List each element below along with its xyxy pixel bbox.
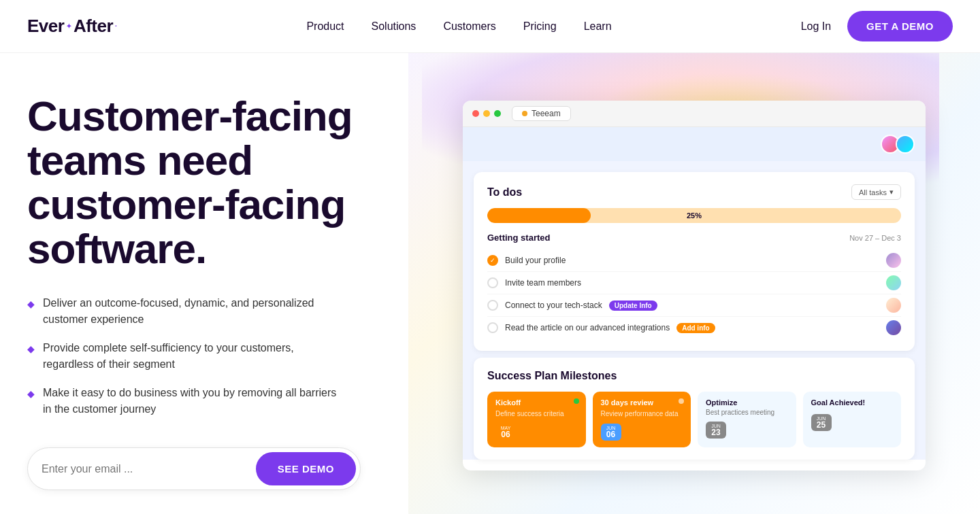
- progress-fill: [487, 208, 591, 223]
- avatar-group: [881, 135, 915, 154]
- milestone-goal-date: JUN 25: [811, 414, 832, 431]
- todo-item-1: ✓ Build your profile: [487, 250, 901, 272]
- tab-dot: [522, 111, 527, 116]
- mockup-body: To dos All tasks ▾ 25% Getting started N…: [463, 127, 926, 460]
- todo-date-range: Nov 27 – Dec 3: [849, 234, 901, 242]
- email-input[interactable]: [42, 463, 256, 475]
- hero-left: Customer-facing teams need customer-faci…: [27, 94, 422, 490]
- milestone-kickoff-sublabel: Define success criteria: [495, 409, 578, 418]
- milestone-goal-day: 25: [817, 421, 826, 429]
- diamond-icon-1: ◆: [27, 297, 35, 311]
- milestones-card: Success Plan Milestones Kickoff Define s…: [474, 358, 915, 460]
- todo-item-2-left: Invite team members: [487, 277, 581, 288]
- logo[interactable]: Ever✦After·: [27, 16, 117, 37]
- diamond-icon-2: ◆: [27, 342, 35, 356]
- hero-right: Teeeam To dos All tasks: [422, 94, 953, 470]
- login-button[interactable]: Log In: [801, 20, 831, 33]
- check-circle-2: [487, 277, 498, 288]
- mockup-window: Teeeam To dos All tasks: [463, 101, 926, 470]
- todo-section-title: Getting started: [487, 233, 550, 243]
- logo-star: ✦: [66, 22, 71, 30]
- hero-bullets: ◆ Deliver an outcome-focused, dynamic, a…: [27, 295, 422, 417]
- logo-star-2: ·: [115, 22, 116, 30]
- see-demo-button[interactable]: SEE DEMO: [256, 452, 356, 485]
- milestone-kickoff-date: MAY 06: [495, 424, 516, 441]
- todo-item-4-text: Read the article on our advanced integra…: [505, 323, 670, 332]
- bullet-1: ◆ Deliver an outcome-focused, dynamic, a…: [27, 295, 340, 328]
- milestone-optimize: Optimize Best practices meeting JUN 23: [698, 392, 796, 447]
- titlebar-dot-yellow: [483, 110, 490, 117]
- todo-item-1-left: ✓ Build your profile: [487, 255, 566, 266]
- hero-section: Customer-facing teams need customer-faci…: [0, 53, 980, 514]
- milestone-30days-day: 06: [606, 430, 615, 439]
- nav-item-customers[interactable]: Customers: [443, 20, 495, 32]
- nav-item-solutions[interactable]: Solutions: [372, 20, 416, 32]
- nav-item-learn[interactable]: Learn: [584, 20, 612, 32]
- hero-title-line2: teams need: [27, 137, 252, 184]
- todo-header: To dos All tasks ▾: [487, 184, 901, 200]
- email-form: SEE DEMO: [27, 447, 361, 490]
- progress-bar: 25%: [487, 208, 901, 223]
- nav-links: Product Solutions Customers Pricing Lear…: [306, 20, 611, 33]
- milestone-goal-label: Goal Achieved!: [811, 398, 894, 407]
- tab-label: Teeeam: [532, 109, 561, 118]
- hero-title-line4: software.: [27, 225, 206, 272]
- all-tasks-label: All tasks: [859, 188, 887, 196]
- diamond-icon-3: ◆: [27, 387, 35, 401]
- all-tasks-button[interactable]: All tasks ▾: [851, 184, 901, 200]
- milestones-title: Success Plan Milestones: [487, 370, 901, 382]
- milestone-kickoff-day: 06: [501, 430, 510, 439]
- milestone-optimize-date: JUN 23: [706, 422, 726, 439]
- milestone-dot-2: [679, 398, 684, 404]
- todo-avatar-2: [886, 275, 901, 290]
- mockup-top-bar: [463, 127, 926, 161]
- avatar-2: [896, 135, 915, 154]
- check-circle-4: [487, 322, 498, 333]
- milestone-30days-label: 30 days review: [601, 398, 683, 407]
- hero-title-line3: customer-facing: [27, 181, 345, 228]
- milestone-optimize-day: 23: [711, 428, 720, 436]
- navbar: Ever✦After· Product Solutions Customers …: [0, 0, 980, 53]
- milestone-dot-green: [574, 398, 579, 404]
- todo-item-2-text: Invite team members: [505, 278, 581, 288]
- todo-title: To dos: [487, 186, 522, 199]
- nav-item-product[interactable]: Product: [306, 20, 344, 32]
- nav-right: Log In GET A DEMO: [801, 11, 953, 41]
- todo-card: To dos All tasks ▾ 25% Getting started N…: [474, 172, 915, 351]
- bullet-3: ◆ Make it easy to do business with you b…: [27, 385, 340, 417]
- milestone-optimize-label: Optimize: [706, 398, 788, 407]
- get-demo-button[interactable]: GET A DEMO: [847, 11, 953, 41]
- todo-item-2: Invite team members: [487, 272, 901, 294]
- todo-item-4: Read the article on our advanced integra…: [487, 317, 901, 339]
- todo-item-3: Connect to your tech-stack Update Info: [487, 294, 901, 317]
- titlebar-dot-green: [494, 110, 501, 117]
- milestone-goal: Goal Achieved! JUN 25: [803, 392, 902, 447]
- check-circle-3: [487, 300, 498, 311]
- hero-title-line1: Customer-facing: [27, 92, 353, 139]
- milestone-kickoff: Kickoff Define success criteria MAY 06: [487, 392, 586, 447]
- milestone-kickoff-label: Kickoff: [495, 398, 578, 407]
- todo-section-header: Getting started Nov 27 – Dec 3: [487, 233, 901, 243]
- milestone-30days-sublabel: Review performance data: [601, 409, 683, 418]
- todo-avatar-1: [886, 253, 901, 268]
- todo-item-3-left: Connect to your tech-stack Update Info: [487, 300, 657, 311]
- titlebar-dot-red: [472, 110, 479, 117]
- progress-label: 25%: [687, 211, 702, 220]
- mockup-titlebar: Teeeam: [463, 101, 926, 127]
- todo-avatar-4: [886, 320, 901, 335]
- todo-avatar-3: [886, 298, 901, 313]
- hero-title: Customer-facing teams need customer-faci…: [27, 94, 422, 271]
- chevron-down-icon: ▾: [889, 188, 894, 196]
- milestones-track: Kickoff Define success criteria MAY 06 3…: [487, 392, 901, 447]
- tag-update-info: Update Info: [609, 301, 657, 311]
- tag-add-info: Add info: [676, 323, 715, 333]
- todo-item-3-text: Connect to your tech-stack: [505, 301, 602, 310]
- todo-item-4-left: Read the article on our advanced integra…: [487, 322, 715, 333]
- milestone-30days: 30 days review Review performance data J…: [593, 392, 691, 447]
- todo-item-1-text: Build your profile: [505, 256, 566, 265]
- milestone-30days-date: JUN 06: [601, 424, 621, 441]
- check-circle-done: ✓: [487, 255, 498, 266]
- nav-item-pricing[interactable]: Pricing: [523, 20, 557, 32]
- titlebar-tab[interactable]: Teeeam: [512, 106, 571, 121]
- bullet-2: ◆ Provide complete self-sufficiency to y…: [27, 340, 340, 373]
